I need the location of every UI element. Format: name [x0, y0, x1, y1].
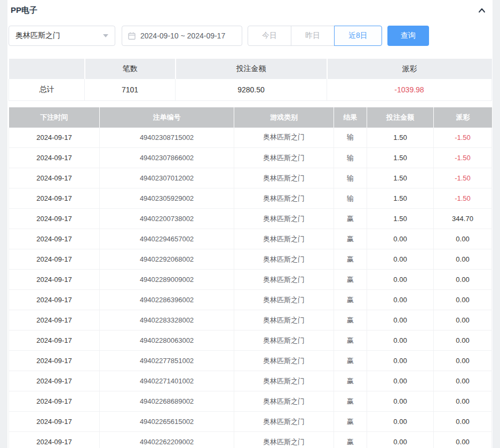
filter-bar: 奥林匹斯之门 2024-09-10 ~ 2024-09-17 今日 昨日 近8日… [9, 26, 491, 46]
order-number-cell: 49402277851002 [100, 351, 234, 371]
header-order-number: 注单编号 [100, 107, 234, 128]
quick-range-group: 今日 昨日 近8日 [248, 26, 382, 46]
order-number-cell: 49402280063002 [100, 331, 234, 351]
table-row: 2024-09-1749402283328002奥林匹斯之门赢0.000.00 [9, 310, 492, 331]
game-category-cell: 奥林匹斯之门 [234, 371, 334, 391]
payout-cell: 0.00 [434, 229, 492, 249]
table-row: 2024-09-1749402305929002奥林匹斯之门输1.50-1.50 [9, 188, 492, 209]
game-category-cell: 奥林匹斯之门 [234, 412, 334, 432]
summary-header-row: 笔数 投注金额 派彩 [9, 59, 492, 79]
bets-table: 下注时间 注单编号 游戏类别 结果 投注金额 派彩 2024-09-174940… [9, 107, 492, 448]
order-number-cell: 49402308715002 [100, 128, 234, 148]
result-cell: 赢 [334, 432, 367, 448]
header-result: 结果 [334, 107, 367, 128]
result-cell: 赢 [334, 371, 367, 391]
bet-amount-cell: 0.00 [367, 249, 434, 270]
payout-cell: 0.00 [434, 432, 492, 448]
chevron-up-icon[interactable] [477, 5, 487, 16]
bet-amount-cell: 0.00 [367, 412, 434, 432]
payout-cell: 0.00 [434, 412, 492, 432]
table-row: 2024-09-1749402307012002奥林匹斯之门输1.50-1.50 [9, 168, 492, 188]
payout-cell: -1.50 [434, 188, 492, 209]
table-row: 2024-09-1749402308715002奥林匹斯之门输1.50-1.50 [9, 128, 492, 148]
query-button[interactable]: 查询 [387, 26, 429, 46]
bet-time-cell: 2024-09-17 [9, 168, 100, 188]
payout-cell: 0.00 [434, 290, 492, 310]
bets-table-body: 2024-09-1749402308715002奥林匹斯之门输1.50-1.50… [9, 128, 492, 448]
game-category-cell: 奥林匹斯之门 [234, 168, 334, 188]
table-row: 2024-09-1749402271401002奥林匹斯之门赢0.000.00 [9, 371, 492, 391]
order-number-cell: 49402307012002 [100, 168, 234, 188]
bet-time-cell: 2024-09-17 [9, 188, 100, 209]
bet-time-cell: 2024-09-17 [9, 412, 100, 432]
bet-time-cell: 2024-09-17 [9, 351, 100, 371]
summary-total-count: 7101 [85, 79, 176, 100]
result-cell: 赢 [334, 391, 367, 412]
game-category-cell: 奥林匹斯之门 [234, 209, 334, 229]
bet-time-cell: 2024-09-17 [9, 148, 100, 168]
order-number-cell: 49402200738002 [100, 209, 234, 229]
result-cell: 赢 [334, 290, 367, 310]
today-button[interactable]: 今日 [248, 26, 291, 46]
order-number-cell: 49402265615002 [100, 412, 234, 432]
summary-table: 笔数 投注金额 派彩 总计 7101 9280.50 -1039.98 [9, 59, 492, 101]
date-range-value: 2024-09-10 ~ 2024-09-17 [140, 32, 225, 40]
bet-amount-cell: 0.00 [367, 229, 434, 249]
table-row: 2024-09-1749402268689002奥林匹斯之门赢0.000.00 [9, 391, 492, 412]
table-row: 2024-09-1749402289009002奥林匹斯之门赢0.000.00 [9, 270, 492, 290]
table-row: 2024-09-1749402286396002奥林匹斯之门赢0.000.00 [9, 290, 492, 310]
bet-amount-cell: 0.00 [367, 270, 434, 290]
order-number-cell: 49402286396002 [100, 290, 234, 310]
result-cell: 赢 [334, 351, 367, 371]
game-category-cell: 奥林匹斯之门 [234, 188, 334, 209]
header-game-category: 游戏类别 [234, 107, 334, 128]
bet-time-cell: 2024-09-17 [9, 331, 100, 351]
result-cell: 输 [334, 168, 367, 188]
last-8-days-button[interactable]: 近8日 [334, 26, 382, 46]
bet-amount-cell: 1.50 [367, 209, 434, 229]
summary-total-payout: -1039.98 [327, 79, 492, 100]
bet-amount-cell: 0.00 [367, 391, 434, 412]
payout-cell: -1.50 [434, 148, 492, 168]
date-range-picker[interactable]: 2024-09-10 ~ 2024-09-17 [122, 26, 242, 46]
header-payout: 派彩 [434, 107, 492, 128]
result-cell: 赢 [334, 331, 367, 351]
bet-amount-cell: 1.50 [367, 148, 434, 168]
result-cell: 赢 [334, 310, 367, 331]
table-row: 2024-09-1749402262209002奥林匹斯之门赢0.000.00 [9, 432, 492, 448]
table-row: 2024-09-1749402307866002奥林匹斯之门输1.50-1.50 [9, 148, 492, 168]
yesterday-button[interactable]: 昨日 [291, 26, 335, 46]
result-cell: 输 [334, 188, 367, 209]
table-row: 2024-09-1749402200738002奥林匹斯之门赢1.50344.7… [9, 209, 492, 229]
order-number-cell: 49402262209002 [100, 432, 234, 448]
order-number-cell: 49402268689002 [100, 391, 234, 412]
order-number-cell: 49402271401002 [100, 371, 234, 391]
header-bet-time: 下注时间 [9, 107, 100, 128]
order-number-cell: 49402294657002 [100, 229, 234, 249]
bet-amount-cell: 0.00 [367, 432, 434, 448]
payout-cell: 0.00 [434, 391, 492, 412]
result-cell: 赢 [334, 412, 367, 432]
bets-header-row: 下注时间 注单编号 游戏类别 结果 投注金额 派彩 [9, 107, 492, 128]
bet-time-cell: 2024-09-17 [9, 371, 100, 391]
bet-time-cell: 2024-09-17 [9, 391, 100, 412]
panel-header: PP电子 [9, 0, 491, 26]
game-category-cell: 奥林匹斯之门 [234, 270, 334, 290]
order-number-cell: 49402283328002 [100, 310, 234, 331]
game-category-cell: 奥林匹斯之门 [234, 351, 334, 371]
payout-cell: 0.00 [434, 310, 492, 331]
caret-down-icon [103, 34, 108, 37]
result-cell: 赢 [334, 249, 367, 270]
table-row: 2024-09-1749402265615002奥林匹斯之门赢0.000.00 [9, 412, 492, 432]
bet-time-cell: 2024-09-17 [9, 270, 100, 290]
bet-time-cell: 2024-09-17 [9, 310, 100, 331]
summary-total-bet-amount: 9280.50 [176, 79, 327, 100]
table-row: 2024-09-1749402292068002奥林匹斯之门赢0.000.00 [9, 249, 492, 270]
summary-header-count: 笔数 [85, 59, 176, 79]
table-row: 2024-09-1749402294657002奥林匹斯之门赢0.000.00 [9, 229, 492, 249]
bet-amount-cell: 0.00 [367, 290, 434, 310]
game-category-cell: 奥林匹斯之门 [234, 310, 334, 331]
bet-amount-cell: 0.00 [367, 371, 434, 391]
game-select[interactable]: 奥林匹斯之门 [9, 26, 115, 46]
bet-amount-cell: 1.50 [367, 128, 434, 148]
